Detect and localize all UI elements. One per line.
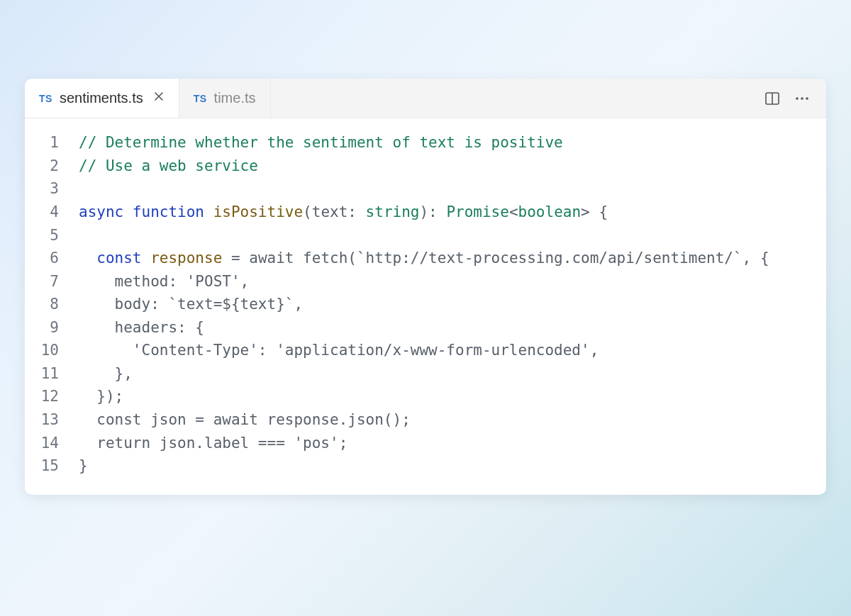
code-line[interactable]: [79, 177, 826, 201]
line-number: 11: [25, 362, 59, 386]
code-line[interactable]: const json = await response.json();: [79, 408, 826, 432]
line-number: 13: [25, 408, 59, 432]
tab-label: sentiments.ts: [60, 90, 143, 106]
code-line[interactable]: body: `text=${text}`,: [79, 293, 826, 316]
line-number: 5: [25, 224, 59, 247]
line-number: 15: [25, 454, 59, 478]
ts-icon: TS: [194, 93, 207, 104]
line-number: 9: [25, 316, 59, 340]
tab-sentiments[interactable]: TS sentiments.ts: [25, 79, 179, 118]
code-line[interactable]: // Use a web service: [79, 155, 826, 178]
code-content[interactable]: // Determine whether the sentiment of te…: [79, 131, 826, 477]
line-number: 4: [25, 201, 59, 224]
line-number: 1: [25, 131, 59, 155]
svg-point-3: [801, 97, 803, 100]
svg-point-2: [796, 97, 799, 100]
code-line[interactable]: },: [79, 362, 826, 386]
tab-actions: [764, 90, 826, 107]
line-number-gutter: 123456789101112131415: [25, 131, 79, 477]
tab-label: time.ts: [214, 90, 256, 106]
line-number: 3: [25, 177, 59, 201]
line-number: 8: [25, 293, 59, 316]
line-number: 2: [25, 155, 59, 178]
code-line[interactable]: const response = await fetch(`http://tex…: [79, 247, 826, 270]
svg-point-4: [806, 97, 808, 100]
code-line[interactable]: });: [79, 385, 826, 408]
close-icon[interactable]: [153, 91, 165, 106]
tab-time[interactable]: TS time.ts: [179, 79, 271, 118]
line-number: 14: [25, 432, 59, 455]
line-number: 7: [25, 270, 59, 293]
code-line[interactable]: // Determine whether the sentiment of te…: [79, 131, 826, 155]
code-line[interactable]: }: [79, 454, 826, 478]
ts-icon: TS: [39, 93, 52, 104]
editor-window: TS sentiments.ts TS time.ts: [25, 79, 826, 494]
code-line[interactable]: 'Content-Type': 'application/x-www-form-…: [79, 339, 826, 362]
code-line[interactable]: return json.label === 'pos';: [79, 432, 826, 455]
code-line[interactable]: method: 'POST',: [79, 270, 826, 293]
tab-bar: TS sentiments.ts TS time.ts: [25, 79, 826, 118]
code-line[interactable]: headers: {: [79, 316, 826, 340]
code-editor[interactable]: 123456789101112131415 // Determine wheth…: [25, 118, 826, 494]
code-line[interactable]: [79, 224, 826, 247]
line-number: 10: [25, 339, 59, 362]
split-editor-icon[interactable]: [764, 90, 781, 107]
line-number: 12: [25, 385, 59, 408]
more-icon[interactable]: [794, 90, 811, 107]
code-line[interactable]: async function isPositive(text: string):…: [79, 201, 826, 224]
line-number: 6: [25, 247, 59, 270]
